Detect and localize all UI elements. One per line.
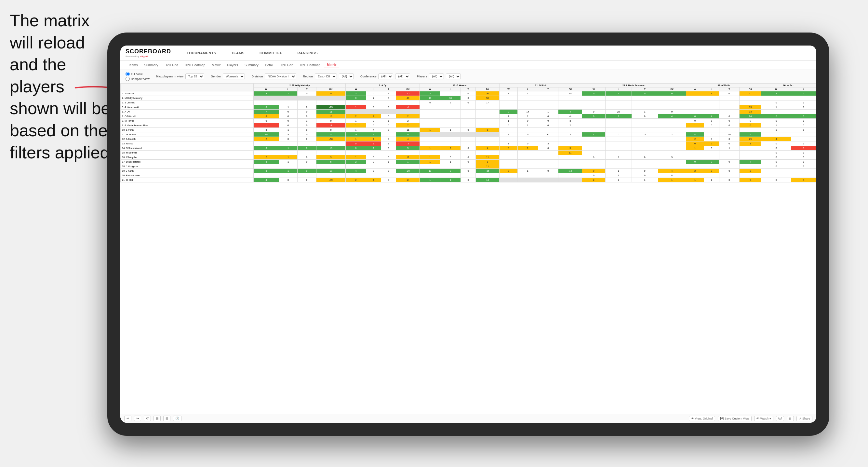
conference-filter: Conference (All) (All) <box>360 73 410 80</box>
sub-l6: L <box>704 88 719 91</box>
table-row: 6. A Dy 70011 01414 02510 13 <box>121 110 816 114</box>
sub-l1: L <box>279 88 298 91</box>
table-row: 10. L Perini 3100 14011 1101 11 <box>121 128 816 132</box>
sub-nav-matrix[interactable]: Matrix <box>209 62 223 68</box>
zoom-icon: ⊟ <box>165 416 168 420</box>
filter-button[interactable]: ⊞ <box>154 416 161 421</box>
view-icon: 👁 <box>691 417 694 420</box>
table-row: 7. O Mitchell 30018 2202 120-4 0104 0402… <box>121 114 816 119</box>
chevron-down-icon: ▾ <box>770 417 771 420</box>
sub-nav-matrix2[interactable]: Matrix <box>324 62 339 68</box>
sub-nav-summary2[interactable]: Summary <box>242 62 261 68</box>
sub-d6: Dif <box>740 88 761 91</box>
sub-l5: L <box>605 88 631 91</box>
sub-l3: L <box>440 88 461 91</box>
zoom-button[interactable]: ⊟ <box>163 416 170 421</box>
region-all-select[interactable]: (All) <box>339 73 354 80</box>
sub-nav-detail[interactable]: Detail <box>262 62 276 68</box>
sub-t2: T <box>381 88 396 91</box>
gender-select[interactable]: Women's <box>223 73 245 80</box>
region-select[interactable]: East - DII <box>315 73 337 80</box>
redo-button[interactable]: ↪ <box>134 416 141 421</box>
expand-icon: ⊞ <box>789 417 792 420</box>
nav-rankings[interactable]: RANKINGS <box>294 50 320 56</box>
sub-nav-h2h-heatmap2[interactable]: H2H Heatmap <box>297 62 323 68</box>
max-players-select[interactable]: Top 25 <box>185 73 204 80</box>
table-row: 2. M Kelly Mulcahy 07040 1010050 <box>121 96 816 100</box>
conference-label: Conference <box>360 75 377 78</box>
undo-icon: ↩ <box>126 416 129 420</box>
col-header-3: 11. G Woods <box>420 84 499 88</box>
sub-w5: W <box>582 88 606 91</box>
conference-select2[interactable]: (All) <box>395 73 410 80</box>
view-original-button[interactable]: 👁 View: Original <box>689 416 715 421</box>
players-label: Players <box>416 75 427 78</box>
redo-icon: ↪ <box>136 416 139 420</box>
save-icon: 💾 <box>720 417 723 420</box>
table-row: 11. G Woods 105014 111017 20172 40172 40… <box>121 132 816 137</box>
gender-filter: Gender Women's <box>211 73 245 80</box>
sub-t4: T <box>538 88 558 91</box>
logo-scoreboard: SCOREBOARD <box>126 48 171 55</box>
sub-t1: T <box>298 88 316 91</box>
table-row: 17. D Ballesteros 3105 2011 1101 0207 01 <box>121 160 816 164</box>
sub-t3: T <box>461 88 475 91</box>
filter-icon: ⊞ <box>156 416 158 420</box>
table-row: 5. A Nomrowski 310-15 100-1 13 11 <box>121 105 816 110</box>
sub-nav-teams[interactable]: Teams <box>126 62 140 68</box>
nav-teams[interactable]: TEAMS <box>229 50 247 56</box>
clock-icon: 🕐 <box>175 416 179 420</box>
compact-view-radio[interactable]: Compact View <box>126 77 150 81</box>
table-row: 18. J Hodgson 11 01 <box>121 164 816 169</box>
gender-label: Gender <box>211 75 221 78</box>
conference-select1[interactable]: (All) <box>378 73 393 80</box>
top-nav: SCOREBOARD Powered by clippd TOURNAMENTS… <box>120 45 816 61</box>
sub-nav-h2h-grid[interactable]: H2H Grid <box>162 62 181 68</box>
comment-icon: 💬 <box>778 417 782 420</box>
sub-l7: L <box>791 88 816 91</box>
sub-nav-players[interactable]: Players <box>225 62 241 68</box>
sub-nav-h2h-grid2[interactable]: H2H Grid <box>277 62 296 68</box>
players-select1[interactable]: (All) <box>429 73 444 80</box>
sub-w3: W <box>420 88 440 91</box>
sub-w2: W <box>346 88 366 91</box>
players-filter: Players (All) (All) <box>416 73 461 80</box>
sub-nav-summary[interactable]: Summary <box>142 62 161 68</box>
tablet-screen: SCOREBOARD Powered by clippd TOURNAMENTS… <box>120 45 816 423</box>
undo-button[interactable]: ↩ <box>124 416 131 421</box>
header-player-col <box>121 84 254 91</box>
table-row: 1. J Garcia 31027 301-11 30050 11110 010… <box>121 91 816 96</box>
sub-d4: Dif <box>558 88 582 91</box>
sub-w1: W <box>254 88 279 91</box>
comment-button[interactable]: 💬 <box>776 416 784 421</box>
sub-w6: W <box>686 88 704 91</box>
table-row: 12. A Bianchi 200-58 1104 20025 4 <box>121 137 816 142</box>
col-header-2: 6. A Dy <box>346 84 420 88</box>
table-row: 9. A Maria Jimenez Rios 100-9 1007 0102 … <box>121 123 816 128</box>
table-row: 21. O Stoll 400-39 21014 11014 2211 1109… <box>121 178 816 182</box>
players-select2[interactable]: (All) <box>446 73 461 80</box>
tablet-device: SCOREBOARD Powered by clippd TOURNAMENTS… <box>107 33 829 436</box>
sub-l2: L <box>366 88 381 91</box>
main-content: 2. M Kelly Mulcahy 6. A Dy 11. G Woods 2… <box>120 83 816 414</box>
table-row: 14. S Srichantamit 31018 0105 1204 0105 … <box>121 146 816 151</box>
nav-tournaments[interactable]: TOURNAMENTS <box>184 50 219 56</box>
sub-t6: T <box>719 88 740 91</box>
division-filter: Division NCAA Division II <box>251 73 296 80</box>
watch-icon: 👁 <box>756 417 760 420</box>
clock-button[interactable]: 🕐 <box>173 416 182 421</box>
watch-button[interactable]: 👁 Watch ▾ <box>754 416 773 421</box>
sub-nav-h2h-heatmap[interactable]: H2H Heatmap <box>182 62 208 68</box>
logo-area: SCOREBOARD Powered by clippd <box>126 48 171 58</box>
nav-committee[interactable]: COMMITTEE <box>257 50 285 56</box>
save-custom-button[interactable]: 💾 Save Custom View <box>718 416 751 421</box>
refresh-button[interactable]: ↺ <box>144 416 151 421</box>
share-button[interactable]: ↗ Share <box>797 416 812 421</box>
table-row: 15. H Stranda 11 01 <box>121 151 816 155</box>
refresh-icon: ↺ <box>146 416 149 420</box>
table-row: 13. N Klug 011-2 103 0201 01 <box>121 142 816 146</box>
sub-d5: Dif <box>658 88 686 91</box>
full-view-radio[interactable]: Full View <box>126 72 150 76</box>
division-select[interactable]: NCAA Division II <box>265 73 296 80</box>
expand-button[interactable]: ⊞ <box>787 416 794 421</box>
